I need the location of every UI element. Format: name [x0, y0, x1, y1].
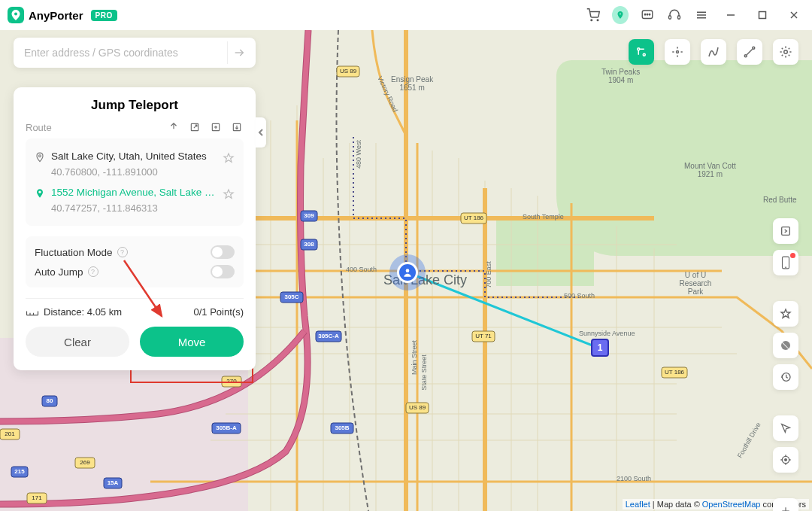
- distance-icon: [26, 308, 39, 317]
- svg-text:308: 308: [304, 241, 314, 248]
- svg-point-78: [643, 53, 645, 56]
- app-name: AnyPorter: [29, 9, 83, 22]
- account-icon[interactable]: [612, 7, 629, 23]
- leaflet-link[interactable]: Leaflet: [626, 500, 650, 509]
- osm-link[interactable]: OpenStreetMap: [702, 500, 761, 509]
- tool-pointer[interactable]: [773, 415, 798, 441]
- route-share-icon[interactable]: [167, 120, 180, 134]
- autojump-row: Auto Jump ?: [35, 262, 235, 281]
- move-button[interactable]: Move: [140, 327, 244, 357]
- app-logo: AnyPorter PRO: [8, 7, 117, 23]
- window-minimize[interactable]: [720, 5, 741, 26]
- svg-rect-84: [783, 257, 789, 269]
- mode-twospot[interactable]: [701, 39, 726, 65]
- tool-locate[interactable]: [773, 447, 798, 473]
- svg-text:15A: 15A: [108, 479, 119, 486]
- cart-icon[interactable]: [585, 7, 601, 23]
- street-500s: 500 South: [564, 292, 595, 300]
- panel-collapse-button[interactable]: [256, 117, 266, 148]
- svg-point-75: [406, 269, 410, 272]
- window-maximize[interactable]: [752, 5, 773, 26]
- svg-point-81: [753, 47, 755, 49]
- street-700e: 700 East: [485, 261, 492, 288]
- help-icon[interactable]: ?: [88, 266, 98, 277]
- route-locations: Salt Lake City, Utah, United States 40.7…: [26, 138, 244, 226]
- zoom-in[interactable]: [773, 498, 798, 511]
- autojump-label: Auto Jump: [35, 266, 83, 278]
- svg-point-82: [784, 50, 788, 54]
- peak-ensign: Ensign Peak1651 m: [391, 75, 433, 92]
- svg-text:80: 80: [47, 397, 53, 404]
- svg-text:UT 186: UT 186: [464, 214, 484, 221]
- svg-point-4: [647, 14, 648, 16]
- svg-text:305C-A: 305C-A: [318, 333, 339, 339]
- svg-rect-6: [669, 16, 671, 20]
- street-480w: 480 West: [355, 140, 362, 169]
- tool-hide[interactable]: [773, 333, 798, 358]
- feedback-icon[interactable]: [639, 7, 656, 23]
- peak-vancott: Mount Van Cott1921 m: [684, 162, 736, 178]
- svg-text:215: 215: [14, 468, 25, 475]
- clear-button[interactable]: Clear: [26, 327, 129, 357]
- pin-filled-icon: [35, 188, 45, 200]
- street-southtemple: South Temple: [523, 213, 564, 221]
- destination-marker[interactable]: 1: [591, 339, 609, 357]
- poi-redbutte: Red Butte: [763, 196, 796, 204]
- map-canvas[interactable]: US 89 US 89 UT 71 UT 186 UT 186 309 308 …: [0, 30, 812, 511]
- street-main: Main Street: [411, 340, 418, 375]
- origin-coords: 40.760800, -111.891000: [51, 166, 217, 178]
- svg-point-77: [638, 48, 640, 50]
- side-toolbar: [773, 218, 798, 511]
- route-open-icon[interactable]: [188, 120, 201, 134]
- search-input[interactable]: [24, 47, 227, 59]
- svg-text:US 89: US 89: [340, 68, 357, 75]
- mode-multispot[interactable]: [737, 39, 762, 65]
- street-400s: 400 South: [346, 266, 377, 273]
- route-header: Route: [26, 120, 244, 134]
- destination-name: 1552 Michigan Avenue, Salt Lake Ci...: [51, 187, 217, 198]
- route-save-icon[interactable]: [209, 120, 223, 134]
- options-card: Fluctuation Mode ? Auto Jump ?: [26, 236, 244, 287]
- help-icon[interactable]: ?: [117, 247, 128, 257]
- svg-point-95: [215, 126, 217, 128]
- window-close[interactable]: [783, 5, 804, 26]
- svg-text:309: 309: [304, 212, 314, 219]
- tool-export[interactable]: [773, 218, 798, 244]
- support-icon[interactable]: [666, 7, 683, 23]
- tool-device[interactable]: [773, 250, 798, 275]
- mode-toolbar: [629, 39, 798, 65]
- poi-uofu: U of U Research Park: [673, 271, 718, 296]
- search-go-button[interactable]: [227, 41, 250, 64]
- fluctuation-toggle[interactable]: [211, 245, 235, 259]
- tool-favorite[interactable]: [773, 301, 798, 327]
- svg-point-89: [785, 459, 787, 461]
- destination-coords: 40.747257, -111.846313: [51, 202, 217, 214]
- mode-settings[interactable]: [773, 39, 798, 65]
- mode-teleport[interactable]: [629, 39, 654, 65]
- autojump-toggle[interactable]: [211, 265, 235, 278]
- svg-text:305B-A: 305B-A: [216, 424, 237, 431]
- destination-location[interactable]: 1552 Michigan Avenue, Salt Lake Ci... 40…: [35, 182, 235, 218]
- panel-title: Jump Teleport: [26, 98, 244, 113]
- menu-icon[interactable]: [693, 7, 710, 23]
- route-import-icon[interactable]: [230, 120, 244, 134]
- origin-favorite[interactable]: [223, 152, 235, 164]
- svg-point-1: [597, 20, 598, 21]
- teleport-panel: Jump Teleport Route Salt Lake City, Utah…: [14, 87, 256, 370]
- button-row: Clear Move: [26, 327, 244, 357]
- origin-location[interactable]: Salt Lake City, Utah, United States 40.7…: [35, 146, 235, 182]
- svg-point-5: [649, 14, 650, 16]
- distance-value: Distance: 4.05 km: [44, 306, 122, 318]
- tool-history[interactable]: [773, 364, 798, 390]
- svg-text:US 89: US 89: [409, 404, 426, 411]
- svg-text:269: 269: [80, 459, 90, 466]
- mode-jump[interactable]: [665, 39, 690, 65]
- origin-name: Salt Lake City, Utah, United States: [51, 151, 217, 162]
- fluctuation-label: Fluctuation Mode: [35, 247, 113, 258]
- distance-row: Distance: 4.05 km 0/1 Point(s): [26, 298, 244, 318]
- svg-rect-83: [782, 227, 790, 236]
- current-location-marker[interactable]: [389, 254, 426, 290]
- points-counter: 0/1 Point(s): [194, 306, 244, 318]
- destination-favorite[interactable]: [223, 188, 235, 200]
- street-sunnyside: Sunnyside Avenue: [579, 330, 635, 337]
